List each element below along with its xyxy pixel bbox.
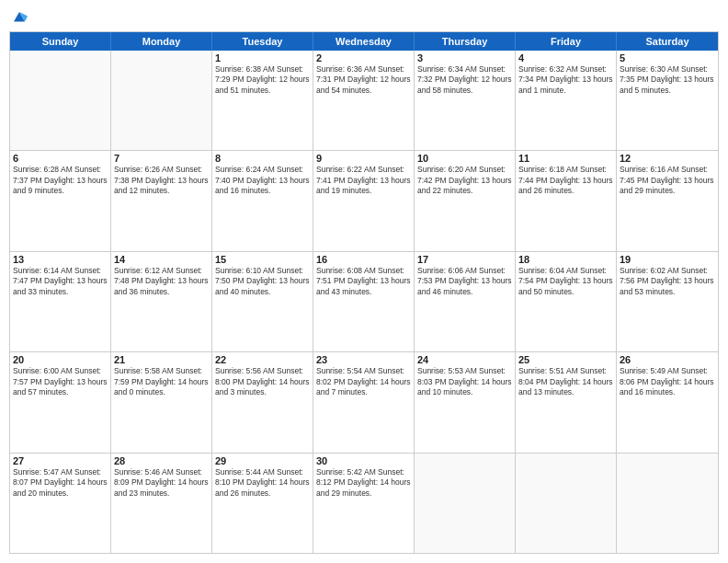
day-cell-2: 2Sunrise: 6:36 AM Sunset: 7:31 PM Daylig… — [313, 51, 415, 150]
logo-icon — [11, 9, 28, 26]
day-cell-24: 24Sunrise: 5:53 AM Sunset: 8:03 PM Dayli… — [415, 352, 516, 452]
week-row-1: 1Sunrise: 6:38 AM Sunset: 7:29 PM Daylig… — [10, 51, 718, 151]
page: SundayMondayTuesdayWednesdayThursdayFrid… — [0, 0, 728, 563]
day-number: 19 — [620, 254, 715, 265]
day-number: 9 — [316, 153, 411, 164]
day-cell-5: 5Sunrise: 6:30 AM Sunset: 7:35 PM Daylig… — [617, 51, 718, 150]
day-number: 8 — [215, 153, 310, 164]
day-info: Sunrise: 6:30 AM Sunset: 7:35 PM Dayligh… — [620, 64, 715, 96]
day-info: Sunrise: 5:56 AM Sunset: 8:00 PM Dayligh… — [215, 366, 310, 397]
day-cell-21: 21Sunrise: 5:58 AM Sunset: 7:59 PM Dayli… — [111, 352, 212, 452]
day-number: 3 — [417, 52, 512, 63]
day-number: 28 — [114, 455, 209, 466]
day-number: 7 — [114, 153, 209, 164]
day-number: 26 — [620, 354, 715, 365]
day-cell-1: 1Sunrise: 6:38 AM Sunset: 7:29 PM Daylig… — [212, 51, 313, 150]
day-cell-16: 16Sunrise: 6:08 AM Sunset: 7:51 PM Dayli… — [313, 252, 415, 351]
empty-cell — [617, 454, 718, 553]
day-info: Sunrise: 6:18 AM Sunset: 7:44 PM Dayligh… — [518, 165, 613, 196]
day-info: Sunrise: 5:42 AM Sunset: 8:12 PM Dayligh… — [316, 467, 411, 499]
day-cell-7: 7Sunrise: 6:26 AM Sunset: 7:38 PM Daylig… — [111, 151, 212, 250]
week-row-5: 27Sunrise: 5:47 AM Sunset: 8:07 PM Dayli… — [10, 454, 718, 553]
day-number: 13 — [13, 254, 108, 265]
day-info: Sunrise: 6:08 AM Sunset: 7:51 PM Dayligh… — [316, 266, 411, 297]
day-cell-19: 19Sunrise: 6:02 AM Sunset: 7:56 PM Dayli… — [617, 252, 718, 351]
day-info: Sunrise: 6:26 AM Sunset: 7:38 PM Dayligh… — [114, 165, 209, 196]
day-info: Sunrise: 6:16 AM Sunset: 7:45 PM Dayligh… — [620, 165, 715, 196]
day-cell-18: 18Sunrise: 6:04 AM Sunset: 7:54 PM Dayli… — [516, 252, 617, 351]
day-number: 6 — [13, 153, 108, 164]
day-number: 2 — [316, 52, 411, 63]
day-number: 18 — [518, 254, 613, 265]
day-cell-3: 3Sunrise: 6:34 AM Sunset: 7:32 PM Daylig… — [415, 51, 516, 150]
week-row-3: 13Sunrise: 6:14 AM Sunset: 7:47 PM Dayli… — [10, 252, 718, 352]
day-cell-12: 12Sunrise: 6:16 AM Sunset: 7:45 PM Dayli… — [617, 151, 718, 250]
day-number: 27 — [13, 455, 108, 466]
header-day-saturday: Saturday — [617, 32, 718, 51]
day-info: Sunrise: 5:53 AM Sunset: 8:03 PM Dayligh… — [417, 366, 512, 397]
day-cell-28: 28Sunrise: 5:46 AM Sunset: 8:09 PM Dayli… — [111, 454, 212, 553]
day-number: 20 — [13, 354, 108, 365]
day-info: Sunrise: 6:04 AM Sunset: 7:54 PM Dayligh… — [518, 266, 613, 297]
day-cell-15: 15Sunrise: 6:10 AM Sunset: 7:50 PM Dayli… — [212, 252, 313, 351]
day-number: 14 — [114, 254, 209, 265]
day-cell-6: 6Sunrise: 6:28 AM Sunset: 7:37 PM Daylig… — [10, 151, 111, 250]
header-day-thursday: Thursday — [415, 32, 516, 51]
header-day-wednesday: Wednesday — [313, 32, 415, 51]
day-info: Sunrise: 6:36 AM Sunset: 7:31 PM Dayligh… — [316, 64, 411, 96]
day-cell-14: 14Sunrise: 6:12 AM Sunset: 7:48 PM Dayli… — [111, 252, 212, 351]
day-cell-27: 27Sunrise: 5:47 AM Sunset: 8:07 PM Dayli… — [10, 454, 111, 553]
day-info: Sunrise: 6:06 AM Sunset: 7:53 PM Dayligh… — [417, 266, 512, 297]
day-number: 1 — [215, 52, 310, 63]
day-number: 10 — [417, 153, 512, 164]
day-info: Sunrise: 6:14 AM Sunset: 7:47 PM Dayligh… — [13, 266, 108, 297]
calendar: SundayMondayTuesdayWednesdayThursdayFrid… — [9, 31, 719, 554]
header-day-tuesday: Tuesday — [212, 32, 313, 51]
day-number: 5 — [620, 52, 715, 63]
logo — [9, 9, 29, 26]
day-info: Sunrise: 6:22 AM Sunset: 7:41 PM Dayligh… — [316, 165, 411, 196]
day-cell-26: 26Sunrise: 5:49 AM Sunset: 8:06 PM Dayli… — [617, 352, 718, 452]
calendar-body: 1Sunrise: 6:38 AM Sunset: 7:29 PM Daylig… — [10, 51, 718, 553]
day-cell-22: 22Sunrise: 5:56 AM Sunset: 8:00 PM Dayli… — [212, 352, 313, 452]
day-number: 4 — [518, 52, 613, 63]
day-info: Sunrise: 6:34 AM Sunset: 7:32 PM Dayligh… — [417, 64, 512, 96]
day-info: Sunrise: 5:51 AM Sunset: 8:04 PM Dayligh… — [518, 366, 613, 397]
day-info: Sunrise: 6:10 AM Sunset: 7:50 PM Dayligh… — [215, 266, 310, 297]
day-number: 24 — [417, 354, 512, 365]
day-info: Sunrise: 5:46 AM Sunset: 8:09 PM Dayligh… — [114, 467, 209, 499]
day-number: 17 — [417, 254, 512, 265]
day-info: Sunrise: 6:38 AM Sunset: 7:29 PM Dayligh… — [215, 64, 310, 96]
day-info: Sunrise: 5:47 AM Sunset: 8:07 PM Dayligh… — [13, 467, 108, 499]
day-info: Sunrise: 6:02 AM Sunset: 7:56 PM Dayligh… — [620, 266, 715, 297]
day-info: Sunrise: 6:20 AM Sunset: 7:42 PM Dayligh… — [417, 165, 512, 196]
day-info: Sunrise: 5:54 AM Sunset: 8:02 PM Dayligh… — [316, 366, 411, 397]
day-number: 12 — [620, 153, 715, 164]
day-number: 22 — [215, 354, 310, 365]
day-info: Sunrise: 5:49 AM Sunset: 8:06 PM Dayligh… — [620, 366, 715, 397]
empty-cell — [415, 454, 516, 553]
day-cell-8: 8Sunrise: 6:24 AM Sunset: 7:40 PM Daylig… — [212, 151, 313, 250]
day-number: 21 — [114, 354, 209, 365]
day-number: 11 — [518, 153, 613, 164]
day-cell-25: 25Sunrise: 5:51 AM Sunset: 8:04 PM Dayli… — [516, 352, 617, 452]
day-number: 30 — [316, 455, 411, 466]
day-cell-10: 10Sunrise: 6:20 AM Sunset: 7:42 PM Dayli… — [415, 151, 516, 250]
header-day-monday: Monday — [111, 32, 212, 51]
empty-cell — [516, 454, 617, 553]
day-info: Sunrise: 5:58 AM Sunset: 7:59 PM Dayligh… — [114, 366, 209, 397]
day-cell-29: 29Sunrise: 5:44 AM Sunset: 8:10 PM Dayli… — [212, 454, 313, 553]
day-cell-4: 4Sunrise: 6:32 AM Sunset: 7:34 PM Daylig… — [516, 51, 617, 150]
day-number: 15 — [215, 254, 310, 265]
day-cell-9: 9Sunrise: 6:22 AM Sunset: 7:41 PM Daylig… — [313, 151, 415, 250]
week-row-2: 6Sunrise: 6:28 AM Sunset: 7:37 PM Daylig… — [10, 151, 718, 251]
day-info: Sunrise: 6:28 AM Sunset: 7:37 PM Dayligh… — [13, 165, 108, 196]
day-cell-23: 23Sunrise: 5:54 AM Sunset: 8:02 PM Dayli… — [313, 352, 415, 452]
calendar-header: SundayMondayTuesdayWednesdayThursdayFrid… — [10, 32, 718, 51]
day-info: Sunrise: 6:00 AM Sunset: 7:57 PM Dayligh… — [13, 366, 108, 397]
day-info: Sunrise: 6:12 AM Sunset: 7:48 PM Dayligh… — [114, 266, 209, 297]
day-cell-17: 17Sunrise: 6:06 AM Sunset: 7:53 PM Dayli… — [415, 252, 516, 351]
header-day-friday: Friday — [516, 32, 617, 51]
day-cell-13: 13Sunrise: 6:14 AM Sunset: 7:47 PM Dayli… — [10, 252, 111, 351]
day-number: 25 — [518, 354, 613, 365]
